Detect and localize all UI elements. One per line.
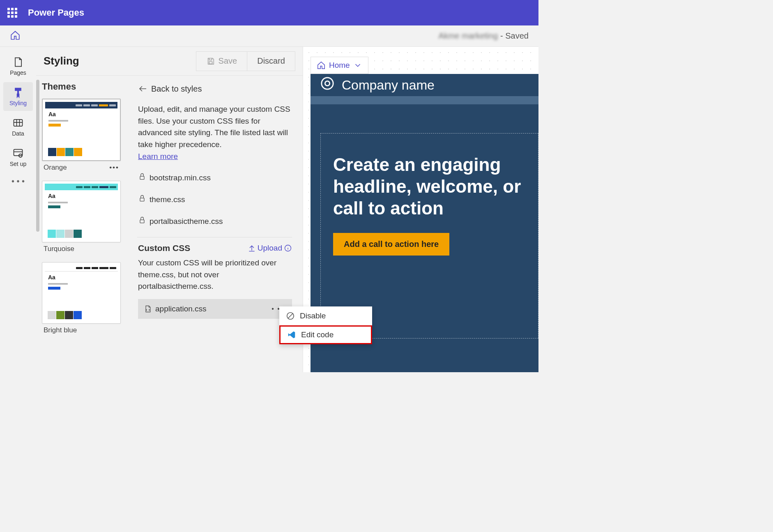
lock-icon [138,194,146,205]
css-description: Upload, edit, and manage your custom CSS… [138,104,292,150]
svg-rect-0 [14,120,23,126]
rail-setup[interactable]: Set up [3,143,33,172]
main-area: Pages Styling Data Set up • • • Styling … [0,47,538,372]
breadcrumb-home[interactable]: Home [311,57,368,74]
disable-icon [286,311,295,320]
info-icon [284,244,292,252]
home-icon [317,61,326,70]
site-status: Akme marketing - Saved [439,31,529,41]
rail-pages[interactable]: Pages [3,52,33,81]
upload-label: Upload [258,244,282,253]
rail-data-label: Data [12,130,24,137]
chevron-down-icon [353,61,362,70]
theme-row-orange: Orange ••• [44,164,119,172]
themes-column: Themes Aa [36,76,127,372]
vscode-icon [287,330,296,339]
site-saved-label: - Saved [500,31,529,41]
theme-label-brightblue: Bright blue [44,326,77,334]
ctx-edit-label: Edit code [301,330,334,339]
styling-header: Styling Save Discard [36,47,303,76]
file-icon [144,305,152,313]
theme-label-turquoise: Turquoise [44,245,74,253]
save-button[interactable]: Save [196,51,247,71]
svg-rect-5 [140,198,144,201]
svg-point-10 [326,82,329,85]
svg-rect-4 [140,176,144,180]
discard-button[interactable]: Discard [247,51,295,71]
lock-icon [138,216,146,226]
locked-css-2: theme.css [138,194,292,205]
back-to-styles[interactable]: Back to styles [138,84,292,94]
custom-css-heading: Custom CSS [138,243,190,253]
css-detail-column: Back to styles Upload, edit, and manage … [127,76,303,372]
save-label: Save [219,56,237,66]
rail-setup-label: Set up [10,161,26,167]
theme-card-turquoise[interactable]: Aa [42,181,121,242]
scrollbar[interactable] [36,80,39,232]
rail-styling[interactable]: Styling [3,82,33,111]
svg-rect-1 [14,150,23,156]
theme-card-orange[interactable]: Aa [42,99,121,161]
styling-heading: Styling [44,55,79,67]
back-label: Back to styles [151,84,202,94]
rail-data[interactable]: Data [3,113,33,141]
app-title: Power Pages [28,7,84,18]
ctx-disable[interactable]: Disable [279,306,372,325]
divider [137,237,292,237]
css-file2-name: theme.css [150,195,185,204]
theme-row-turquoise: Turquoise [44,245,119,253]
styling-actions: Save Discard [196,51,295,71]
site-header: Akme marketing - Saved [0,25,538,47]
company-name: Company name [342,78,435,93]
save-icon [206,57,215,66]
theme-label-orange: Orange [44,164,67,172]
theme-row-brightblue: Bright blue [44,326,119,334]
styling-column: Styling Save Discard Themes [36,47,303,372]
locked-css-3: portalbasictheme.css [138,216,292,226]
ctx-disable-label: Disable [300,311,326,320]
preview-site-header: Company name [311,74,538,104]
upload-button[interactable]: Upload [248,244,292,253]
ctx-edit-code[interactable]: Edit code [279,325,372,344]
theme-more-orange[interactable]: ••• [109,164,119,172]
svg-rect-3 [209,61,212,64]
themes-heading: Themes [42,81,121,92]
breadcrumb-label: Home [329,61,350,70]
discard-label: Discard [257,56,285,66]
site-name-blurred: Akme marketing [439,31,498,41]
cta-button[interactable]: Add a call to action here [333,233,449,256]
custom-css-file-row[interactable]: application.css • • • [138,299,292,319]
app-launcher-icon[interactable] [7,8,19,18]
left-rail: Pages Styling Data Set up • • • [0,47,36,372]
css-file3-name: portalbasictheme.css [150,217,223,226]
custom-css-header: Custom CSS Upload [138,243,292,253]
home-icon[interactable] [10,30,21,42]
theme-card-brightblue[interactable]: Aa [42,262,121,324]
upload-icon [248,244,256,252]
lock-icon [138,173,146,183]
css-file1-name: bootstrap.min.css [150,173,211,182]
context-menu: Disable Edit code [279,306,372,344]
svg-rect-6 [140,220,144,223]
learn-more-link[interactable]: Learn more [138,152,178,161]
custom-css-filename: application.css [155,304,207,313]
rail-more-icon[interactable]: • • • [3,177,33,186]
rail-styling-label: Styling [9,100,27,106]
hero-headline: Create an engaging headline, welcome, or… [333,154,526,219]
locked-css-1: bootstrap.min.css [138,173,292,183]
custom-css-desc: Your custom CSS will be prioritized over… [138,257,292,292]
logo-icon [320,76,334,94]
arrow-left-icon [138,84,148,94]
styling-body: Themes Aa [36,76,303,372]
rail-pages-label: Pages [10,69,26,76]
top-bar: Power Pages [0,0,538,25]
